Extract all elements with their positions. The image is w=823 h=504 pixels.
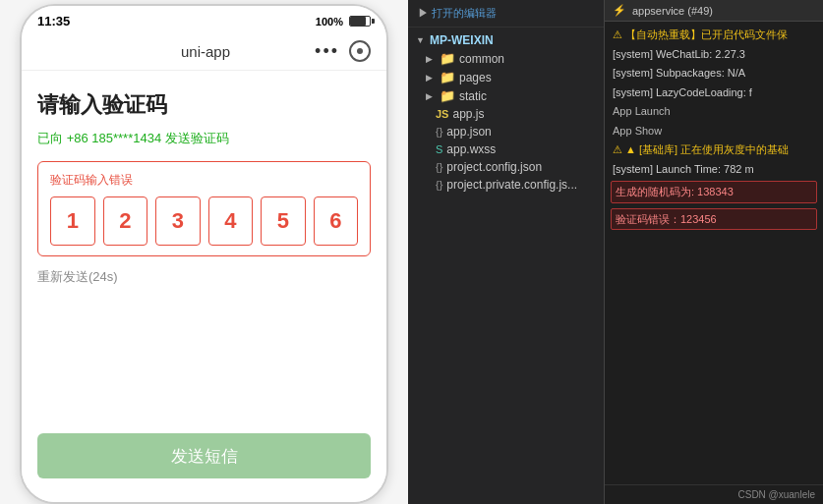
folder-icon: 📁 (440, 88, 455, 103)
console-footer: CSDN @xuanlele (605, 484, 823, 504)
file-name: app.json (446, 125, 491, 139)
log-line-0: ⚠ 【自动热重载】已开启代码文件保 (611, 26, 817, 44)
code-cell-4[interactable]: 4 (208, 196, 254, 246)
tree-item-7[interactable]: {}project.private.config.js... (408, 176, 604, 194)
nav-dots-icon[interactable]: ••• (315, 41, 339, 62)
battery-icon (349, 16, 371, 27)
file-icon: JS (436, 108, 448, 120)
code-cell-6[interactable]: 6 (314, 196, 359, 246)
folder-arrow-icon: ▶ (426, 73, 436, 83)
console-header-icon: ⚡ (613, 4, 626, 17)
tree-root: ▼ MP-WEIXIN ▶📁common▶📁pages▶📁staticJSapp… (408, 28, 604, 197)
log-line-5: App Show (611, 122, 817, 140)
log-line-2: [system] Subpackages: N/A (611, 64, 817, 83)
log-line-8: 生成的随机码为: 138343 (611, 181, 817, 203)
send-btn[interactable]: 发送短信 (37, 433, 371, 478)
code-cell-2[interactable]: 2 (103, 196, 148, 246)
verify-sub: 已向 +86 185****1434 发送验证码 (37, 130, 371, 147)
console-log-area: ⚠ 【自动热重载】已开启代码文件保[system] WeChatLib: 2.2… (605, 22, 823, 484)
tree-root-label[interactable]: ▼ MP-WEIXIN (408, 31, 604, 49)
phone-status-bar: 11:35 100% (22, 6, 386, 32)
console-header-title: appservice (#49) (632, 5, 713, 17)
folder-name: pages (459, 71, 492, 84)
file-name: project.private.config.js... (446, 178, 577, 192)
code-cell-3[interactable]: 3 (155, 196, 201, 246)
root-arrow-icon: ▼ (416, 35, 426, 45)
phone-number: +86 185****1434 (67, 131, 162, 145)
battery-fill (350, 17, 366, 26)
console-header: ⚡ appservice (#49) (605, 0, 823, 22)
phone-nav-bar: uni-app ••• (22, 32, 386, 71)
tree-item-2[interactable]: ▶📁static (408, 86, 604, 105)
phone-simulator: 11:35 100% uni-app ••• 请输入验证码 已向 (0, 0, 408, 504)
nav-circle-btn[interactable] (349, 40, 371, 62)
console-panel: ⚡ appservice (#49) ⚠ 【自动热重载】已开启代码文件保[sys… (605, 0, 823, 504)
sub-suffix: 发送验证码 (165, 131, 229, 145)
error-label: 验证码输入错误 (50, 172, 358, 189)
sub-prefix: 已向 (37, 131, 63, 145)
root-name: MP-WEIXIN (430, 33, 494, 47)
file-icon: S (436, 143, 442, 155)
nav-circle-dot-icon (357, 48, 363, 54)
phone-content: 请输入验证码 已向 +86 185****1434 发送验证码 验证码输入错误 … (22, 71, 386, 421)
tree-items-container: ▶📁common▶📁pages▶📁staticJSapp.js{}app.jso… (408, 49, 604, 194)
phone-frame: 11:35 100% uni-app ••• 请输入验证码 已向 (20, 4, 388, 504)
status-right: 100% (316, 16, 371, 28)
folder-arrow-icon: ▶ (426, 91, 436, 101)
filetree-header-label: 打开的编辑器 (432, 7, 497, 19)
code-inputs: 123456 (50, 196, 358, 246)
file-icon: {} (436, 161, 442, 173)
folder-name: static (459, 89, 487, 103)
code-cell-1[interactable]: 1 (50, 196, 95, 246)
tree-item-5[interactable]: Sapp.wxss (408, 140, 604, 158)
file-icon: {} (436, 126, 442, 138)
log-line-9: 验证码错误：123456 (611, 208, 817, 231)
filetree-header[interactable]: ▶ 打开的编辑器 (408, 0, 604, 28)
log-line-6: ⚠ ▲ [基础库] 正在使用灰度中的基础 (611, 140, 817, 159)
tree-item-6[interactable]: {}project.config.json (408, 158, 604, 176)
filetree-panel: ▶ 打开的编辑器 ▼ MP-WEIXIN ▶📁common▶📁pages▶📁st… (408, 0, 605, 504)
signal-text: 100% (316, 16, 343, 28)
code-cell-5[interactable]: 5 (261, 196, 306, 246)
log-line-7: [system] Launch Time: 782 m (611, 160, 817, 179)
file-name: app.js (452, 107, 484, 121)
log-line-1: [system] WeChatLib: 2.27.3 (611, 45, 817, 64)
tree-item-1[interactable]: ▶📁pages (408, 68, 604, 86)
tree-item-0[interactable]: ▶📁common (408, 49, 604, 68)
folder-icon: 📁 (440, 70, 455, 84)
log-line-4: App Launch (611, 102, 817, 121)
verify-title: 请输入验证码 (37, 90, 371, 120)
tree-item-4[interactable]: {}app.json (408, 123, 604, 140)
file-name: app.wxss (446, 142, 496, 156)
resend-link[interactable]: 重新发送(24s) (37, 268, 371, 286)
folder-icon: 📁 (440, 51, 455, 66)
file-name: project.config.json (446, 160, 542, 174)
folder-name: common (459, 52, 504, 66)
folder-arrow-icon: ▶ (426, 54, 436, 64)
nav-title: uni-app (181, 43, 230, 60)
nav-icons: ••• (315, 40, 371, 62)
file-icon: {} (436, 179, 442, 191)
verify-error-box: 验证码输入错误 123456 (37, 161, 371, 256)
tree-item-3[interactable]: JSapp.js (408, 105, 604, 123)
log-line-3: [system] LazyCodeLoading: f (611, 84, 817, 102)
status-time: 11:35 (37, 14, 70, 28)
phone-bottom: 发送短信 (22, 421, 386, 502)
